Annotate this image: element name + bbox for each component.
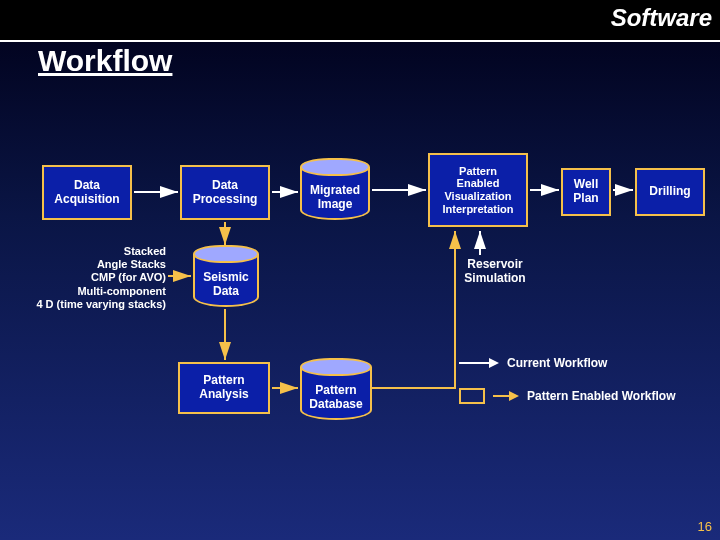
svg-marker-3 <box>509 391 519 401</box>
stack-item: Stacked <box>124 245 166 257</box>
slide-number: 16 <box>698 519 712 534</box>
node-label: SeismicData <box>193 271 259 299</box>
legend-label: Pattern Enabled Workflow <box>527 389 675 403</box>
node-label: DataProcessing <box>193 179 258 207</box>
node-label: ReservoirSimulation <box>464 257 525 285</box>
node-label: PatternDatabase <box>300 384 372 412</box>
node-label: WellPlan <box>573 178 598 206</box>
topbar: Software <box>0 0 720 40</box>
arrow-icon <box>459 357 499 369</box>
arrow-icon <box>493 390 519 402</box>
node-pattern-analysis: PatternAnalysis <box>178 362 270 414</box>
box-icon <box>459 388 485 404</box>
slide: Software Workflow DataAcquisition DataPr… <box>0 0 720 540</box>
legend-label: Current Workflow <box>507 356 607 370</box>
node-reservoir-simulation: ReservoirSimulation <box>450 258 540 286</box>
node-pattern-database: PatternDatabase <box>300 358 372 420</box>
stack-item: 4 D (time varying stacks) <box>36 298 166 310</box>
node-label: PatternEnabledVisualizationInterpretatio… <box>443 165 514 216</box>
stack-list: Stacked Angle Stacks CMP (for AVO) Multi… <box>18 245 166 311</box>
stack-item: Multi-component <box>77 285 166 297</box>
header-title: Software <box>611 4 712 32</box>
node-pattern-enabled-vis-interp: PatternEnabledVisualizationInterpretatio… <box>428 153 528 227</box>
stack-item: CMP (for AVO) <box>91 271 166 283</box>
node-seismic-data: SeismicData <box>193 245 259 307</box>
node-migrated-image: MigratedImage <box>300 158 370 220</box>
svg-marker-1 <box>489 358 499 368</box>
node-label: PatternAnalysis <box>199 374 248 402</box>
node-data-acquisition: DataAcquisition <box>42 165 132 220</box>
node-label: Drilling <box>649 185 690 199</box>
node-drilling: Drilling <box>635 168 705 216</box>
node-well-plan: WellPlan <box>561 168 611 216</box>
legend-pattern: Pattern Enabled Workflow <box>459 388 675 404</box>
node-data-processing: DataProcessing <box>180 165 270 220</box>
legend-current: Current Workflow <box>459 356 607 370</box>
stack-item: Angle Stacks <box>97 258 166 270</box>
node-label: DataAcquisition <box>54 179 119 207</box>
page-title: Workflow <box>38 44 172 78</box>
header-rule <box>0 40 720 42</box>
node-label: MigratedImage <box>300 184 370 212</box>
